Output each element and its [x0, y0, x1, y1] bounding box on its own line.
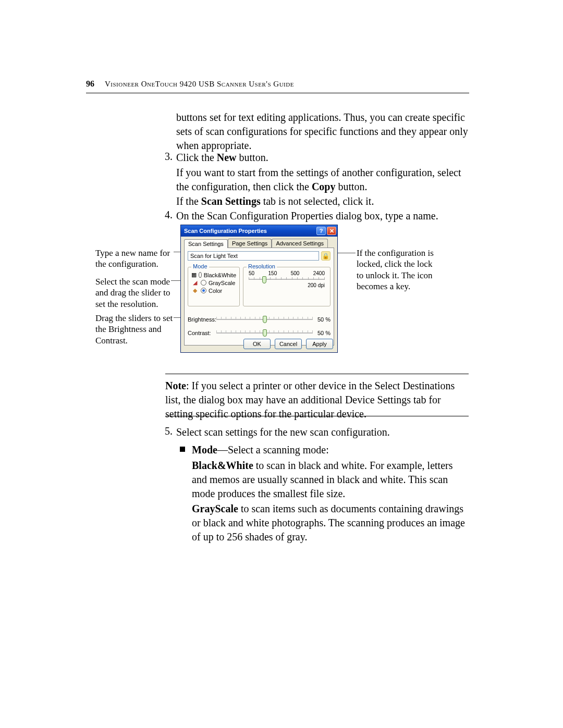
resolution-slider[interactable] — [249, 277, 325, 281]
resolution-thumb[interactable] — [262, 276, 266, 283]
resolution-legend: Resolution — [247, 263, 277, 269]
note-paragraph: Note: If you select a printer or other d… — [165, 379, 469, 421]
header-rule — [86, 93, 469, 93]
callout-name: Type a new name for the configuration. — [95, 248, 179, 270]
callout-mode: Select the scan mode and drag the slider… — [95, 276, 179, 310]
note-top-rule — [165, 374, 469, 374]
mode-grayscale[interactable]: ◢ GrayScale — [191, 279, 236, 286]
square-bullet-icon — [180, 447, 185, 452]
resolution-ticks: 50 150 500 2400 — [247, 270, 327, 276]
grayscale-icon: ◢ — [191, 279, 199, 286]
lock-icon[interactable]: 🔒 — [321, 251, 331, 261]
tab-advanced-settings[interactable]: Advanced Settings — [272, 239, 328, 248]
radio-gray[interactable] — [201, 280, 206, 286]
bw-paragraph: Black&White to scan in black and white. … — [192, 459, 468, 501]
tab-scan-settings[interactable]: Scan Settings — [184, 239, 228, 248]
brightness-slider[interactable] — [216, 316, 313, 323]
brightness-label: Brightness: — [188, 316, 216, 323]
page-number: 96 — [86, 79, 94, 89]
cancel-button[interactable]: Cancel — [275, 339, 302, 349]
contrast-slider[interactable] — [216, 329, 313, 337]
dialog-titlebar[interactable]: Scan Configuration Properties ? ✕ — [181, 225, 337, 237]
radio-bw[interactable] — [199, 272, 202, 278]
mode-color[interactable]: ◆ Color — [191, 287, 236, 294]
page-header: 96 Visioneer OneTouch 9420 USB Scanner U… — [86, 79, 469, 89]
step-4-text: On the Scan Configuration Properties dia… — [176, 209, 468, 223]
header-title: Visioneer OneTouch 9420 USB Scanner User… — [105, 80, 294, 89]
note-bottom-rule — [165, 416, 469, 416]
step-3-line-a: Click the New button. — [176, 151, 468, 165]
radio-color[interactable] — [201, 288, 206, 293]
intro-paragraph: buttons set for text editing application… — [176, 110, 468, 153]
help-button[interactable]: ? — [316, 227, 326, 235]
tab-page-settings[interactable]: Page Settings — [228, 239, 272, 248]
step-5-number: 5. — [158, 425, 173, 437]
brightness-value: 50 % — [313, 316, 331, 323]
dialog-title: Scan Configuration Properties — [184, 228, 267, 234]
tab-strip: Scan Settings Page Settings Advanced Set… — [181, 237, 337, 248]
mode-blackwhite[interactable]: ▩ Black&White — [191, 272, 236, 278]
ok-button[interactable]: OK — [243, 339, 271, 349]
contrast-thumb[interactable] — [263, 329, 267, 337]
callout-lock: If the configuration is locked, click th… — [357, 248, 440, 292]
close-button[interactable]: ✕ — [327, 227, 336, 235]
bw-icon: ▩ — [191, 272, 197, 278]
apply-button[interactable]: Apply — [306, 339, 333, 349]
grayscale-paragraph: GrayScale to scan items such as document… — [192, 502, 468, 544]
contrast-value: 50 % — [313, 330, 331, 336]
color-icon: ◆ — [191, 287, 199, 294]
contrast-label: Contrast: — [188, 330, 216, 336]
config-name-input[interactable] — [188, 251, 319, 261]
bullet-mode-text: Mode—Select a scanning mode: — [192, 443, 468, 457]
mode-legend: Mode — [191, 263, 209, 269]
step-3-line-b: If you want to start from the settings o… — [176, 166, 468, 194]
brightness-thumb[interactable] — [263, 316, 267, 323]
settings-panel: 🔒 Mode ▩ Black&White ◢ GrayScale — [184, 248, 334, 346]
scan-config-dialog: Scan Configuration Properties ? ✕ Scan S… — [180, 225, 338, 353]
step-4-number: 4. — [158, 209, 173, 221]
step-5-text: Select scan settings for the new scan co… — [176, 425, 468, 439]
callout-bc: Drag the sliders to set the Brightness a… — [95, 313, 179, 346]
step-3-line-c: If the Scan Settings tab is not selected… — [176, 194, 468, 208]
step-3-number: 3. — [158, 151, 173, 163]
resolution-readout: 200 dpi — [247, 282, 327, 288]
